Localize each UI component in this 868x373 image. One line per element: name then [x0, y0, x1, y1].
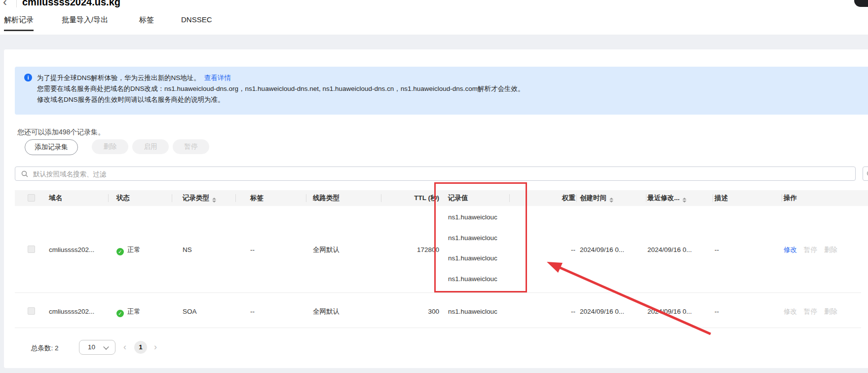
col-ttl: TTL (秒) — [414, 190, 439, 206]
col-status: 状态 — [116, 190, 130, 206]
search-icon — [21, 170, 28, 177]
table-header: 域名 状态 记录类型 标签 线路类型 TTL (秒) 记录值 权重 创建时间 最… — [15, 190, 868, 206]
row-checkbox[interactable] — [28, 307, 35, 315]
table-row: cmliussss202... ✓正常 SOA -- 全网默认 300 ns1.… — [15, 292, 868, 328]
col-weight: 权重 — [562, 190, 575, 206]
col-line-type: 线路类型 — [313, 190, 340, 206]
col-record-type: 记录类型 — [183, 190, 216, 206]
col-modified: 最近修改... — [647, 190, 686, 206]
pause-button[interactable]: 暂停 — [173, 139, 209, 154]
cell-record-value: ns1.huaweiclouc — [448, 275, 497, 284]
page-size-value: 10 — [88, 343, 95, 351]
tab-batch-import-export[interactable]: 批量导入/导出 — [62, 15, 108, 25]
page-size-select[interactable]: 10 — [79, 340, 115, 355]
cell-record-value: ns1.huaweiclouc — [448, 213, 497, 222]
cell-tag: -- — [250, 246, 255, 254]
col-created: 创建时间 — [580, 190, 613, 206]
header-divider — [16, 0, 17, 7]
pause-link[interactable]: 暂停 — [804, 246, 817, 253]
cell-record-type: NS — [183, 246, 192, 254]
chevron-down-icon — [103, 344, 109, 349]
tab-resolution-records[interactable]: 解析记录 — [4, 15, 34, 25]
cell-created: 2024/09/16 0... — [580, 307, 624, 316]
cell-status: ✓正常 — [116, 307, 141, 316]
cell-record-value: ns1.huaweiclouc — [448, 254, 497, 263]
next-page-button[interactable]: › — [154, 342, 157, 352]
cell-line-type: 全网默认 — [313, 307, 340, 316]
col-tag: 标签 — [250, 190, 264, 206]
search-input[interactable] — [32, 167, 824, 181]
quota-text: 您还可以添加498个记录集。 — [17, 128, 105, 137]
delete-button[interactable]: 删除 — [92, 139, 128, 154]
view-details-link[interactable]: 查看详情 — [204, 74, 231, 82]
cell-tag: -- — [250, 307, 255, 316]
cell-weight: -- — [571, 246, 575, 254]
dns-record-page: ‹ cmliussss2024.us.kg 解析记录 批量导入/导出 标签 DN… — [0, 0, 868, 373]
cell-domain: cmliussss202... — [49, 246, 94, 254]
cell-domain: cmliussss202... — [49, 307, 94, 316]
cell-description: -- — [715, 307, 719, 316]
add-record-set-button[interactable]: 添加记录集 — [25, 139, 78, 155]
delete-link[interactable]: 删除 — [824, 246, 837, 253]
info-icon: i — [24, 74, 32, 82]
banner-line-3: 修改域名DNS服务器的生效时间请以域名服务商处的说明为准。 — [37, 94, 225, 105]
cell-ttl: 300 — [428, 307, 439, 316]
sort-icon[interactable] — [212, 198, 216, 203]
active-tab-underline — [4, 30, 34, 31]
pause-link[interactable]: 暂停 — [804, 308, 817, 315]
tab-tags[interactable]: 标签 — [139, 15, 154, 25]
cell-actions: 修改暂停删除 — [784, 246, 844, 254]
sort-icon[interactable] — [682, 198, 686, 203]
cell-weight: -- — [571, 307, 575, 316]
cell-created: 2024/09/16 0... — [580, 246, 624, 254]
cell-ttl: 172800 — [417, 246, 439, 254]
prev-page-button[interactable]: ‹ — [123, 342, 126, 352]
delete-link[interactable]: 删除 — [824, 308, 837, 315]
cell-modified: 2024/09/16 0... — [647, 307, 692, 316]
ns-notice-banner: i 为了提升全球DNS解析体验，华为云推出新的NS地址。查看详情 您需要在域名服… — [15, 67, 868, 115]
select-all-checkbox[interactable] — [28, 194, 35, 202]
cell-record-value: ns1.huaweiclouc — [448, 234, 497, 243]
cell-description: -- — [715, 246, 719, 254]
tab-dnssec[interactable]: DNSSEC — [181, 15, 212, 24]
col-description: 描述 — [715, 190, 728, 206]
col-actions: 操作 — [784, 190, 797, 206]
floating-widget[interactable] — [854, 0, 868, 7]
total-count-value: 2 — [55, 344, 59, 352]
modify-link[interactable]: 修改 — [784, 308, 797, 315]
current-page-button[interactable]: 1 — [134, 341, 147, 354]
cell-record-type: SOA — [183, 307, 197, 316]
cell-modified: 2024/09/16 0... — [647, 246, 692, 254]
enable-button[interactable]: 启用 — [132, 139, 169, 154]
col-domain: 域名 — [49, 190, 62, 206]
table-row: cmliussss202... ✓正常 NS -- 全网默认 172800 ns… — [15, 206, 868, 292]
status-ok-icon: ✓ — [116, 310, 124, 317]
cell-status: ✓正常 — [116, 246, 141, 254]
banner-line-2: 您需要在域名服务商处把域名的DNS改成：ns1.huaweicloud-dns.… — [37, 83, 524, 94]
modify-link[interactable]: 修改 — [784, 246, 797, 253]
table-bottom-divider — [15, 328, 861, 328]
cell-actions: 修改暂停删除 — [784, 307, 844, 316]
row-checkbox[interactable] — [28, 246, 35, 253]
back-icon[interactable]: ‹ — [3, 0, 7, 8]
sort-icon[interactable] — [609, 198, 613, 203]
search-box — [15, 166, 856, 181]
cell-line-type: 全网默认 — [313, 246, 340, 254]
banner-line-1: 为了提升全球DNS解析体验，华为云推出新的NS地址。查看详情 — [37, 73, 231, 83]
search-settings-button[interactable] — [863, 166, 868, 181]
cell-record-value: ns1.huaweiclouc — [448, 307, 497, 316]
col-record-value: 记录值 — [448, 190, 468, 206]
total-count: 总条数: 2 — [31, 344, 59, 353]
status-ok-icon: ✓ — [116, 248, 124, 255]
page-title: cmliussss2024.us.kg — [22, 0, 120, 8]
